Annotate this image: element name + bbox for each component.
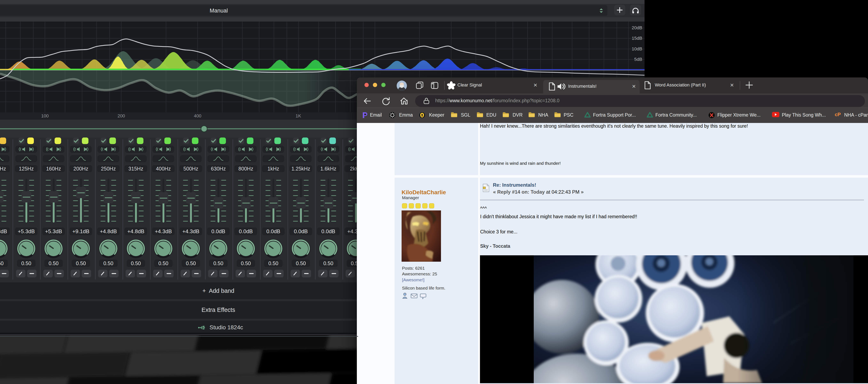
svg-text:cP: cP <box>835 112 841 117</box>
